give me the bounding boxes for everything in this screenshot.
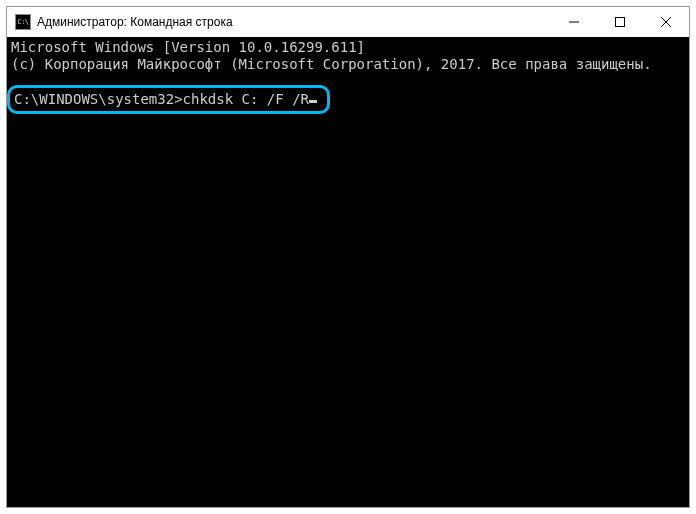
- command-prompt-window: C:\ Администратор: Командная строка Micr…: [6, 6, 690, 508]
- maximize-icon: [615, 17, 625, 27]
- window-controls: [551, 7, 689, 37]
- minimize-button[interactable]: [551, 7, 597, 37]
- cmd-icon: C:\: [15, 14, 31, 30]
- prompt-text: C:\WINDOWS\system32>: [14, 91, 183, 108]
- titlebar[interactable]: C:\ Администратор: Командная строка: [7, 7, 689, 37]
- prompt-line: C:\WINDOWS\system32>chkdsk C: /F /R: [14, 91, 317, 108]
- maximize-button[interactable]: [597, 7, 643, 37]
- command-text: chkdsk C: /F /R: [183, 91, 309, 108]
- close-button[interactable]: [643, 7, 689, 37]
- highlighted-command: C:\WINDOWS\system32>chkdsk C: /F /R: [7, 85, 330, 114]
- svg-rect-1: [616, 18, 625, 27]
- version-line: Microsoft Windows [Version 10.0.16299.61…: [11, 39, 685, 56]
- cursor: [309, 100, 317, 103]
- close-icon: [661, 17, 671, 27]
- terminal-area[interactable]: Microsoft Windows [Version 10.0.16299.61…: [7, 37, 689, 507]
- copyright-line: (c) Корпорация Майкрософт (Microsoft Cor…: [11, 56, 685, 73]
- cmd-icon-text: C:\: [17, 18, 28, 26]
- minimize-icon: [569, 17, 579, 27]
- window-title: Администратор: Командная строка: [37, 15, 551, 29]
